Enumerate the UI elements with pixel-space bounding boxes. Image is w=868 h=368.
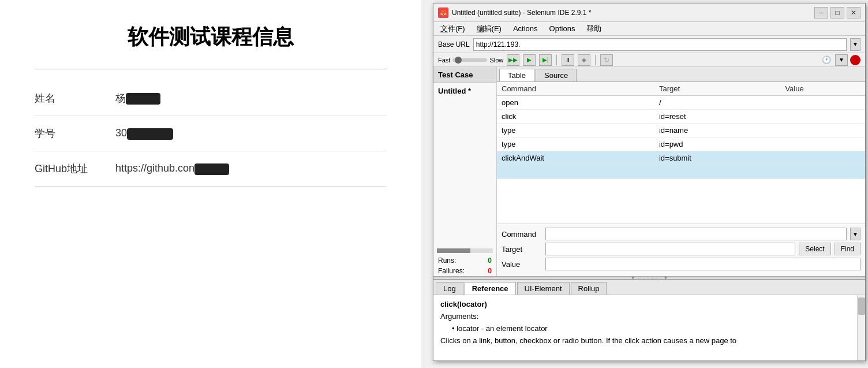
reference-title: click(locator) [440, 300, 858, 308]
speed-fast-label: Fast [438, 57, 450, 64]
title-divider [35, 69, 387, 69]
info-row-github: GitHub地址 https://github.con [35, 151, 387, 187]
menu-file[interactable]: 文件(F) [438, 23, 467, 35]
minimize-button[interactable]: ─ [814, 7, 828, 18]
cell-empty [780, 165, 865, 179]
base-url-input[interactable] [473, 38, 847, 51]
menu-help[interactable]: 帮助 [584, 23, 604, 35]
pause-button[interactable]: ⏸ [562, 54, 574, 66]
tab-rollup[interactable]: Rollup [571, 282, 607, 295]
test-case-panel: Test Case Untitled * Runs: 0 Failures: 0 [433, 67, 497, 276]
maximize-button[interactable]: □ [830, 7, 844, 18]
cell-command: clickAndWait [497, 151, 654, 165]
close-button[interactable]: ✕ [847, 7, 860, 18]
cell-command: open [497, 96, 654, 110]
stats-failures-row: Failures: 0 [433, 266, 496, 276]
speed-track[interactable] [452, 58, 487, 62]
find-button[interactable]: Find [835, 243, 860, 255]
form-row-value: Value [502, 258, 860, 270]
cell-command: click [497, 110, 654, 124]
stats-runs-row: Runs: 0 [433, 255, 496, 266]
toolbar-separator-2 [595, 55, 596, 65]
info-row-name: 姓名 杨 [35, 81, 387, 116]
menu-bar: 文件(F) 编辑(E) Actions Options 帮助 [433, 22, 865, 36]
table-row[interactable]: typeid=name [497, 124, 865, 137]
dropdown-arrow-button[interactable]: ▼ [835, 54, 848, 66]
form-command-label: Command [502, 230, 542, 239]
cell-target: id=pwd [654, 137, 780, 151]
failures-label: Failures: [438, 267, 465, 275]
speed-slider-container: Fast Slow [438, 57, 503, 64]
cell-target: id=reset [654, 110, 780, 124]
table-row[interactable]: clickid=reset [497, 110, 865, 124]
label-github: GitHub地址 [35, 162, 115, 176]
redacted-github [194, 163, 229, 175]
table-row-empty[interactable] [497, 165, 865, 179]
test-case-item-untitled[interactable]: Untitled * [433, 83, 496, 99]
cell-target: id=name [654, 124, 780, 137]
table-row[interactable]: open/ [497, 96, 865, 110]
command-dropdown-arrow[interactable]: ▼ [850, 228, 860, 240]
cell-value [780, 110, 865, 124]
tab-log[interactable]: Log [436, 282, 463, 295]
menu-edit[interactable]: 编辑(E) [474, 23, 504, 35]
refresh-button[interactable]: ↻ [600, 54, 613, 66]
toolbar-right: 🕐 ▼ [820, 54, 860, 66]
window-controls: ─ □ ✕ [814, 7, 860, 18]
table-row[interactable]: clickAndWaitid=submit [497, 151, 865, 165]
command-tab-bar: Table Source [497, 67, 865, 82]
time-icon[interactable]: 🕐 [820, 54, 833, 66]
stop-button[interactable] [850, 55, 860, 65]
select-button[interactable]: Select [799, 243, 830, 255]
bottom-scrollbar[interactable] [857, 295, 865, 360]
table-header-row: Command Target Value [497, 82, 865, 96]
value-input[interactable] [545, 258, 860, 270]
form-value-label: Value [502, 260, 542, 269]
runs-label: Runs: [438, 257, 456, 265]
col-header-value: Value [780, 82, 865, 96]
title-bar: 🦊 Untitled (untitled suite) - Selenium I… [433, 3, 865, 22]
command-select[interactable] [545, 228, 847, 240]
failures-value: 0 [488, 267, 492, 275]
col-header-command: Command [497, 82, 654, 96]
play-test-button[interactable]: ▶ [523, 54, 536, 66]
record-button[interactable]: ◆ [578, 54, 590, 66]
cell-empty [654, 165, 780, 179]
target-input[interactable] [545, 243, 795, 255]
label-name: 姓名 [35, 91, 115, 105]
app-icon: 🦊 [438, 8, 448, 18]
tab-reference[interactable]: Reference [465, 282, 516, 295]
value-github: https://github.con [115, 162, 229, 174]
label-id: 学号 [35, 127, 115, 140]
step-button[interactable]: ▶| [539, 54, 552, 66]
progress-bar [437, 248, 493, 253]
play-suite-button[interactable]: ▶▶ [507, 54, 519, 66]
menu-options[interactable]: Options [547, 23, 578, 34]
runs-value: 0 [488, 257, 492, 265]
col-header-target: Target [654, 82, 780, 96]
main-area: Test Case Untitled * Runs: 0 Failures: 0 [433, 67, 865, 276]
tab-table[interactable]: Table [499, 69, 534, 81]
command-table-wrapper: Command Target Value open/clickid=resett… [497, 82, 865, 224]
progress-fill [437, 248, 470, 253]
cell-value [780, 124, 865, 137]
redacted-name [126, 93, 160, 105]
value-id: 30 [115, 127, 173, 139]
menu-actions[interactable]: Actions [511, 23, 540, 34]
tab-ui-element[interactable]: UI-Element [517, 282, 570, 295]
page-title: 软件测试课程信息 [128, 23, 294, 51]
reference-desc: Clicks on a link, button, checkbox or ra… [440, 335, 858, 347]
speed-toolbar: Fast Slow ▶▶ ▶ ▶| ⏸ ◆ ↻ 🕐 ▼ [433, 53, 865, 67]
command-area: Table Source Command Target Value open/c… [497, 67, 865, 276]
cell-value [780, 96, 865, 110]
speed-thumb[interactable] [455, 57, 462, 64]
scrollbar-thumb[interactable] [858, 298, 865, 315]
tab-source[interactable]: Source [536, 69, 577, 81]
selenium-window: 🦊 Untitled (untitled suite) - Selenium I… [433, 3, 866, 361]
bottom-content: click(locator) Arguments: • locator - an… [433, 295, 865, 360]
cell-value [780, 137, 865, 151]
cell-command: type [497, 137, 654, 151]
table-row[interactable]: typeid=pwd [497, 137, 865, 151]
base-url-label: Base URL [438, 40, 470, 49]
url-dropdown-button[interactable]: ▼ [850, 38, 860, 51]
